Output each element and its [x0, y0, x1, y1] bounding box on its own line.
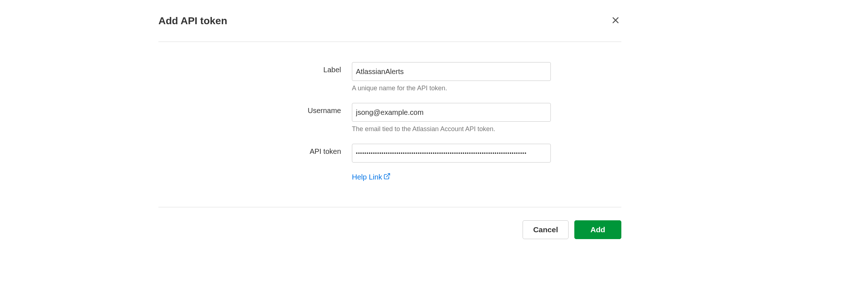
username-input[interactable] [352, 103, 551, 122]
modal-title: Add API token [158, 15, 227, 27]
add-api-token-modal: Add API token Label A unique name for th… [158, 11, 621, 239]
label-field-label: Label [158, 62, 352, 74]
help-link-text: Help Link [352, 173, 382, 181]
username-field-label: Username [158, 103, 352, 115]
form-row-username: Username The email tied to the Atlassian… [158, 103, 621, 133]
label-input[interactable] [352, 62, 551, 81]
label-hint: A unique name for the API token. [352, 85, 551, 92]
svg-line-2 [387, 174, 390, 177]
username-hint: The email tied to the Atlassian Account … [352, 125, 551, 133]
username-control-wrap: The email tied to the Atlassian Account … [352, 103, 551, 133]
modal-header: Add API token [158, 11, 621, 42]
form-row-label: Label A unique name for the API token. [158, 62, 621, 92]
help-link[interactable]: Help Link [352, 173, 391, 182]
close-button[interactable] [610, 14, 621, 27]
close-icon [611, 16, 620, 26]
modal-footer: Cancel Add [158, 207, 621, 239]
apitoken-field-label: API token [158, 144, 352, 156]
label-control-wrap: A unique name for the API token. [352, 62, 551, 92]
cancel-button[interactable]: Cancel [523, 220, 569, 239]
apitoken-control-wrap: Help Link [352, 144, 551, 182]
help-link-row: Help Link [352, 173, 551, 182]
modal-body: Label A unique name for the API token. U… [158, 42, 621, 207]
form-row-apitoken: API token Help Link [158, 144, 621, 182]
add-button[interactable]: Add [574, 220, 621, 239]
apitoken-input[interactable] [352, 144, 551, 163]
external-link-icon [383, 173, 391, 182]
